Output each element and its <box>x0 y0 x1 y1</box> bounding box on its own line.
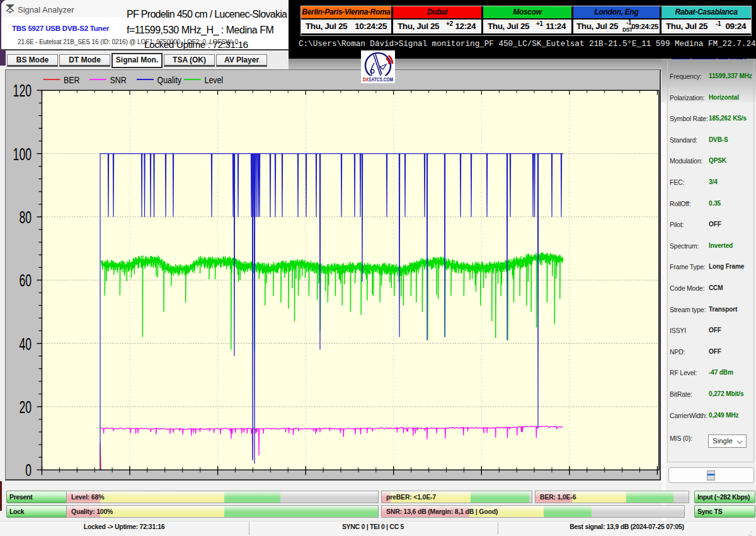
svg-text:120: 120 <box>13 81 32 100</box>
svg-text:20: 20 <box>19 397 32 417</box>
svg-text:40: 40 <box>19 334 32 353</box>
svg-text:0: 0 <box>25 460 32 480</box>
svg-text:Quality: Quality <box>158 74 182 85</box>
svg-text:DXSATCS.COM: DXSATCS.COM <box>363 76 393 83</box>
svg-text:BER: BER <box>64 74 79 85</box>
svg-text:Level: Level <box>205 74 224 85</box>
svg-text:SNR: SNR <box>110 74 127 85</box>
svg-text:80: 80 <box>19 207 32 227</box>
svg-text:100: 100 <box>13 144 32 163</box>
svg-text:60: 60 <box>19 271 32 290</box>
